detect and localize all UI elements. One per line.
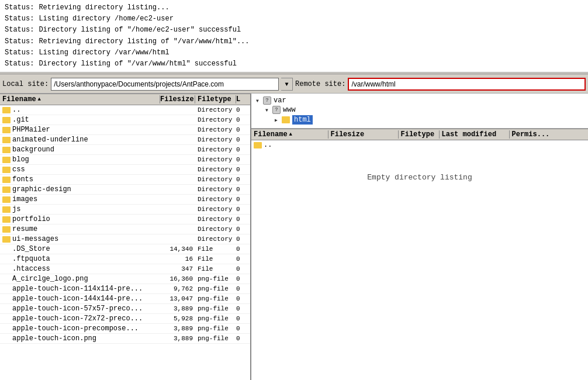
- divider: [0, 74, 588, 74]
- file-name: .git: [2, 116, 160, 124]
- remote-file-list[interactable]: .. Empty directory listing: [251, 140, 588, 380]
- file-perm: 0: [236, 335, 248, 342]
- file-name: A_circlge_logo.png: [2, 275, 160, 283]
- file-size: 14,340: [160, 246, 195, 253]
- file-type: File: [195, 265, 236, 272]
- tree-folder-name: html: [292, 115, 313, 125]
- local-col-filename[interactable]: Filename ▲: [2, 95, 160, 103]
- tree-triangle-icon: ▼: [256, 98, 262, 103]
- folder-icon: [2, 107, 11, 113]
- local-file-row[interactable]: .ftpquota 16 File 0: [0, 254, 250, 264]
- remote-site-label: Remote site:: [295, 80, 345, 88]
- local-file-row[interactable]: fonts Directory 0: [0, 175, 250, 185]
- local-file-row[interactable]: PHPMailer Directory 0: [0, 125, 250, 135]
- file-perm: 0: [236, 265, 248, 272]
- local-site-dropdown[interactable]: ▼: [281, 78, 293, 91]
- file-type: Directory: [195, 156, 236, 163]
- folder-icon: [2, 206, 11, 213]
- local-file-row[interactable]: apple-touch-icon-144x144-pre... 13,047 p…: [0, 294, 250, 304]
- file-size: 3,889: [160, 325, 195, 332]
- remote-col-filesize[interactable]: Filesize: [328, 130, 399, 139]
- file-name: css: [2, 165, 160, 174]
- remote-col-filetype[interactable]: Filetype: [399, 130, 440, 139]
- tree-item[interactable]: ▶ html: [254, 115, 586, 125]
- file-name: animated-underline: [2, 136, 160, 144]
- local-file-row[interactable]: .git Directory 0: [0, 115, 250, 125]
- folder-icon: [2, 167, 11, 173]
- file-perm: 0: [236, 106, 248, 113]
- local-file-row[interactable]: js Directory 0: [0, 205, 250, 215]
- local-file-row[interactable]: portfolio Directory 0: [0, 215, 250, 224]
- folder-icon: [2, 157, 11, 163]
- file-perm: 0: [236, 136, 248, 143]
- file-size: 16: [160, 255, 195, 262]
- file-perm: 0: [236, 295, 248, 302]
- local-file-row[interactable]: animated-underline Directory 0: [0, 135, 250, 145]
- local-file-row[interactable]: apple-touch-icon-precompose... 3,889 png…: [0, 324, 250, 334]
- local-file-row[interactable]: resume Directory 0: [0, 224, 250, 234]
- local-file-list[interactable]: .. Directory 0 .git Directory 0 PHPMaile…: [0, 105, 250, 380]
- local-file-row[interactable]: background Directory 0: [0, 145, 250, 155]
- status-line: Status:Directory listing of "/var/www/ht…: [5, 58, 583, 70]
- local-file-row[interactable]: ui-messages Directory 0: [0, 234, 250, 244]
- local-file-row[interactable]: blog Directory 0: [0, 155, 250, 165]
- local-col-filesize[interactable]: Filesize: [160, 95, 195, 103]
- local-file-row[interactable]: apple-touch-icon-114x114-pre... 9,762 pn…: [0, 284, 250, 294]
- remote-col-filename[interactable]: Filename ▲: [254, 130, 328, 139]
- tree-item[interactable]: ▼ ? var: [254, 96, 586, 105]
- folder-icon: [2, 216, 11, 223]
- remote-sort-asc-icon: ▲: [289, 132, 292, 137]
- tree-triangle-icon: ▶: [275, 118, 281, 123]
- file-type: png-file: [195, 305, 236, 312]
- local-file-row[interactable]: apple-touch-icon-57x57-preco... 3,889 pn…: [0, 304, 250, 314]
- local-file-row[interactable]: graphic-design Directory 0: [0, 185, 250, 195]
- status-label: Status:: [5, 58, 34, 70]
- file-size: 347: [160, 265, 195, 272]
- remote-col-lastmod[interactable]: Last modified: [440, 130, 510, 139]
- folder-icon: [2, 147, 11, 153]
- file-perm: 0: [236, 246, 248, 253]
- remote-col-perms[interactable]: Permis...: [510, 130, 586, 139]
- file-name: js: [2, 205, 160, 213]
- local-file-row[interactable]: .DS_Store 14,340 File 0: [0, 244, 250, 254]
- status-text: Listing directory /var/www/html: [39, 47, 169, 58]
- local-file-row[interactable]: .htaccess 347 File 0: [0, 264, 250, 274]
- file-type: Directory: [195, 236, 236, 243]
- file-name: background: [2, 146, 160, 154]
- local-file-row[interactable]: css Directory 0: [0, 165, 250, 175]
- local-site-input[interactable]: [51, 78, 279, 91]
- file-perm: 0: [236, 206, 248, 213]
- site-bars: Local site: ▼ Remote site:: [0, 75, 588, 94]
- tree-folder-name: var: [274, 96, 286, 105]
- file-type: png-file: [195, 325, 236, 332]
- remote-parent-row[interactable]: ..: [251, 140, 588, 150]
- local-file-row[interactable]: apple-touch-icon-72x72-preco... 5,928 pn…: [0, 314, 250, 324]
- file-type: Directory: [195, 166, 236, 173]
- status-line: Status:Listing directory /home/ec2-user: [5, 13, 583, 25]
- local-file-row[interactable]: images Directory 0: [0, 195, 250, 205]
- tree-item[interactable]: ▼ ? www: [254, 105, 586, 115]
- file-name: apple-touch-icon-114x114-pre...: [2, 285, 160, 293]
- file-type: Directory: [195, 126, 236, 133]
- file-type: Directory: [195, 186, 236, 193]
- file-name: apple-touch-icon-72x72-preco...: [2, 315, 160, 323]
- file-type: Directory: [195, 146, 236, 153]
- status-label: Status:: [5, 25, 34, 36]
- file-type: Directory: [195, 196, 236, 203]
- status-label: Status:: [5, 36, 34, 47]
- local-file-row[interactable]: A_circlge_logo.png 16,360 png-file 0: [0, 274, 250, 284]
- left-pane: Filename ▲ Filesize Filetype L .. Direct…: [0, 94, 251, 380]
- file-name: images: [2, 195, 160, 203]
- remote-site-input[interactable]: [348, 78, 586, 91]
- local-file-row[interactable]: apple-touch-icon.png 3,889 png-file 0: [0, 334, 250, 344]
- file-name: blog: [2, 156, 160, 164]
- file-size: 3,889: [160, 335, 195, 342]
- status-text: Listing directory /home/ec2-user: [39, 13, 173, 25]
- file-size: 9,762: [160, 285, 195, 292]
- status-label: Status:: [5, 13, 34, 25]
- local-col-filetype[interactable]: Filetype: [195, 95, 236, 103]
- file-perm: 0: [236, 305, 248, 312]
- local-file-row[interactable]: .. Directory 0: [0, 105, 250, 115]
- dropdown-arrow-icon: ▼: [285, 81, 288, 88]
- file-type: Directory: [195, 206, 236, 213]
